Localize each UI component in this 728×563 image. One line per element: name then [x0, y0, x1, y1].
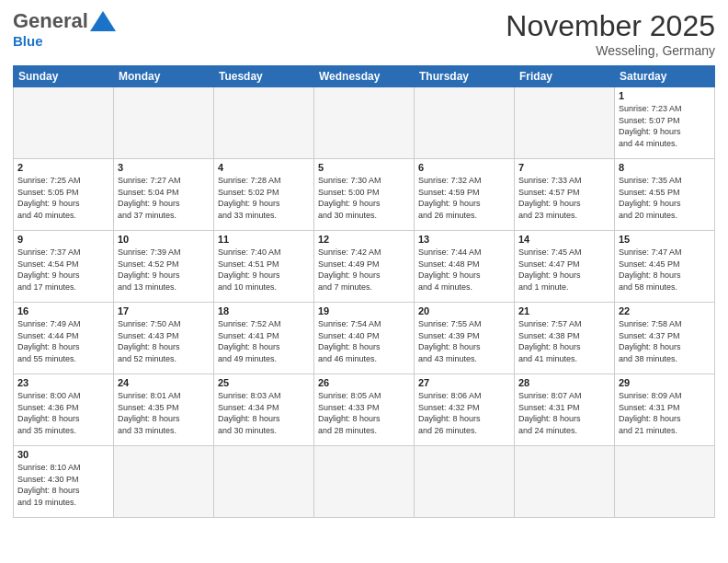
- day-info: Sunrise: 7:44 AM Sunset: 4:48 PM Dayligh…: [418, 247, 510, 293]
- day-number: 11: [218, 234, 310, 245]
- day-number: 25: [218, 377, 310, 388]
- day-info: Sunrise: 7:47 AM Sunset: 4:45 PM Dayligh…: [619, 247, 711, 293]
- day-header-wednesday: Wednesday: [314, 66, 415, 87]
- calendar-cell: 19Sunrise: 7:54 AM Sunset: 4:40 PM Dayli…: [314, 303, 415, 374]
- calendar-cell: 8Sunrise: 7:35 AM Sunset: 4:55 PM Daylig…: [615, 159, 715, 231]
- day-number: 30: [17, 449, 109, 460]
- calendar-header-row: SundayMondayTuesdayWednesdayThursdayFrid…: [14, 66, 715, 87]
- calendar-week-row: 16Sunrise: 7:49 AM Sunset: 4:44 PM Dayli…: [14, 303, 715, 374]
- day-number: 23: [17, 377, 109, 388]
- day-info: Sunrise: 7:30 AM Sunset: 5:00 PM Dayligh…: [318, 175, 410, 221]
- calendar-cell: 11Sunrise: 7:40 AM Sunset: 4:51 PM Dayli…: [214, 231, 314, 303]
- day-number: 14: [518, 234, 610, 245]
- calendar-week-row: 23Sunrise: 8:00 AM Sunset: 4:36 PM Dayli…: [14, 374, 715, 446]
- calendar-cell: 25Sunrise: 8:03 AM Sunset: 4:34 PM Dayli…: [214, 374, 314, 446]
- day-number: 20: [418, 305, 510, 316]
- calendar-week-row: 30Sunrise: 8:10 AM Sunset: 4:30 PM Dayli…: [14, 446, 715, 518]
- day-number: 19: [318, 305, 410, 316]
- day-info: Sunrise: 7:33 AM Sunset: 4:57 PM Dayligh…: [518, 175, 610, 221]
- day-header-monday: Monday: [114, 66, 214, 87]
- day-number: 3: [118, 162, 210, 173]
- logo-triangle-icon: [90, 11, 116, 31]
- header: General Blue November 2025 Wesseling, Ge…: [13, 9, 715, 58]
- day-info: Sunrise: 7:40 AM Sunset: 4:51 PM Dayligh…: [218, 247, 310, 293]
- day-number: 2: [17, 162, 109, 173]
- calendar-cell: [515, 446, 615, 518]
- calendar-cell: [214, 446, 314, 518]
- day-number: 7: [518, 162, 610, 173]
- day-info: Sunrise: 7:54 AM Sunset: 4:40 PM Dayligh…: [318, 318, 410, 364]
- day-info: Sunrise: 7:37 AM Sunset: 4:54 PM Dayligh…: [17, 247, 109, 293]
- calendar-cell: 12Sunrise: 7:42 AM Sunset: 4:49 PM Dayli…: [314, 231, 415, 303]
- day-number: 27: [418, 377, 510, 388]
- calendar-cell: [415, 87, 515, 159]
- day-info: Sunrise: 8:03 AM Sunset: 4:34 PM Dayligh…: [218, 390, 310, 436]
- calendar-cell: 23Sunrise: 8:00 AM Sunset: 4:36 PM Dayli…: [14, 374, 114, 446]
- day-number: 18: [218, 305, 310, 316]
- page: General Blue November 2025 Wesseling, Ge…: [0, 0, 728, 563]
- calendar-cell: 9Sunrise: 7:37 AM Sunset: 4:54 PM Daylig…: [14, 231, 114, 303]
- calendar-cell: 16Sunrise: 7:49 AM Sunset: 4:44 PM Dayli…: [14, 303, 114, 374]
- day-info: Sunrise: 7:58 AM Sunset: 4:37 PM Dayligh…: [619, 318, 711, 364]
- calendar-cell: 20Sunrise: 7:55 AM Sunset: 4:39 PM Dayli…: [415, 303, 515, 374]
- day-info: Sunrise: 7:28 AM Sunset: 5:02 PM Dayligh…: [218, 175, 310, 221]
- calendar-cell: 4Sunrise: 7:28 AM Sunset: 5:02 PM Daylig…: [214, 159, 314, 231]
- calendar-cell: 1Sunrise: 7:23 AM Sunset: 5:07 PM Daylig…: [615, 87, 715, 159]
- location: Wesseling, Germany: [506, 43, 715, 58]
- logo-blue-text: Blue: [13, 33, 43, 49]
- calendar-cell: [14, 87, 114, 159]
- day-info: Sunrise: 8:09 AM Sunset: 4:31 PM Dayligh…: [619, 390, 711, 436]
- calendar-cell: [314, 446, 415, 518]
- day-info: Sunrise: 7:27 AM Sunset: 5:04 PM Dayligh…: [118, 175, 210, 221]
- day-info: Sunrise: 7:39 AM Sunset: 4:52 PM Dayligh…: [118, 247, 210, 293]
- day-header-friday: Friday: [515, 66, 615, 87]
- day-info: Sunrise: 8:06 AM Sunset: 4:32 PM Dayligh…: [418, 390, 510, 436]
- day-number: 13: [418, 234, 510, 245]
- logo-general-text: General: [13, 9, 88, 33]
- day-number: 10: [118, 234, 210, 245]
- day-header-tuesday: Tuesday: [214, 66, 314, 87]
- day-info: Sunrise: 8:05 AM Sunset: 4:33 PM Dayligh…: [318, 390, 410, 436]
- day-info: Sunrise: 7:35 AM Sunset: 4:55 PM Dayligh…: [619, 175, 711, 221]
- calendar-cell: [314, 87, 415, 159]
- day-number: 24: [118, 377, 210, 388]
- calendar-cell: 13Sunrise: 7:44 AM Sunset: 4:48 PM Dayli…: [415, 231, 515, 303]
- svg-marker-0: [90, 11, 116, 31]
- day-header-thursday: Thursday: [415, 66, 515, 87]
- calendar-cell: 14Sunrise: 7:45 AM Sunset: 4:47 PM Dayli…: [515, 231, 615, 303]
- day-number: 1: [619, 90, 711, 101]
- day-number: 15: [619, 234, 711, 245]
- calendar-cell: 2Sunrise: 7:25 AM Sunset: 5:05 PM Daylig…: [14, 159, 114, 231]
- calendar-cell: 21Sunrise: 7:57 AM Sunset: 4:38 PM Dayli…: [515, 303, 615, 374]
- day-header-saturday: Saturday: [615, 66, 715, 87]
- calendar-cell: 17Sunrise: 7:50 AM Sunset: 4:43 PM Dayli…: [114, 303, 214, 374]
- calendar-cell: 28Sunrise: 8:07 AM Sunset: 4:31 PM Dayli…: [515, 374, 615, 446]
- logo: General Blue: [13, 9, 116, 49]
- day-number: 6: [418, 162, 510, 173]
- day-number: 4: [218, 162, 310, 173]
- day-number: 9: [17, 234, 109, 245]
- calendar-cell: 7Sunrise: 7:33 AM Sunset: 4:57 PM Daylig…: [515, 159, 615, 231]
- day-header-sunday: Sunday: [14, 66, 114, 87]
- calendar-cell: 26Sunrise: 8:05 AM Sunset: 4:33 PM Dayli…: [314, 374, 415, 446]
- day-number: 26: [318, 377, 410, 388]
- title-section: November 2025 Wesseling, Germany: [506, 9, 715, 58]
- day-number: 21: [518, 305, 610, 316]
- day-number: 28: [518, 377, 610, 388]
- day-info: Sunrise: 8:01 AM Sunset: 4:35 PM Dayligh…: [118, 390, 210, 436]
- day-info: Sunrise: 8:10 AM Sunset: 4:30 PM Dayligh…: [17, 462, 109, 508]
- calendar-cell: 22Sunrise: 7:58 AM Sunset: 4:37 PM Dayli…: [615, 303, 715, 374]
- day-info: Sunrise: 7:45 AM Sunset: 4:47 PM Dayligh…: [518, 247, 610, 293]
- calendar-cell: 24Sunrise: 8:01 AM Sunset: 4:35 PM Dayli…: [114, 374, 214, 446]
- calendar-week-row: 9Sunrise: 7:37 AM Sunset: 4:54 PM Daylig…: [14, 231, 715, 303]
- day-info: Sunrise: 8:07 AM Sunset: 4:31 PM Dayligh…: [518, 390, 610, 436]
- calendar-cell: 30Sunrise: 8:10 AM Sunset: 4:30 PM Dayli…: [14, 446, 114, 518]
- calendar-cell: 3Sunrise: 7:27 AM Sunset: 5:04 PM Daylig…: [114, 159, 214, 231]
- calendar-cell: [214, 87, 314, 159]
- day-info: Sunrise: 7:32 AM Sunset: 4:59 PM Dayligh…: [418, 175, 510, 221]
- day-number: 29: [619, 377, 711, 388]
- calendar-cell: 29Sunrise: 8:09 AM Sunset: 4:31 PM Dayli…: [615, 374, 715, 446]
- day-number: 12: [318, 234, 410, 245]
- calendar-cell: 6Sunrise: 7:32 AM Sunset: 4:59 PM Daylig…: [415, 159, 515, 231]
- day-info: Sunrise: 7:50 AM Sunset: 4:43 PM Dayligh…: [118, 318, 210, 364]
